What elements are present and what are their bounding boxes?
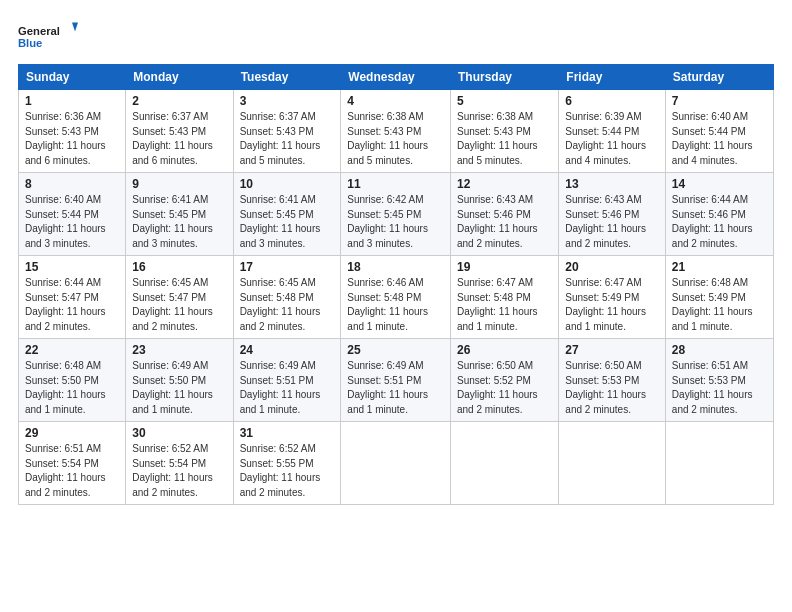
day-number: 16 [132, 260, 226, 274]
day-info: Sunrise: 6:50 AM Sunset: 5:52 PM Dayligh… [457, 359, 552, 417]
day-info: Sunrise: 6:44 AM Sunset: 5:47 PM Dayligh… [25, 276, 119, 334]
day-number: 8 [25, 177, 119, 191]
day-of-week-thursday: Thursday [450, 65, 558, 90]
day-number: 10 [240, 177, 335, 191]
day-number: 2 [132, 94, 226, 108]
day-info: Sunrise: 6:49 AM Sunset: 5:51 PM Dayligh… [240, 359, 335, 417]
calendar-cell: 10 Sunrise: 6:41 AM Sunset: 5:45 PM Dayl… [233, 173, 341, 256]
day-number: 28 [672, 343, 767, 357]
day-number: 22 [25, 343, 119, 357]
day-info: Sunrise: 6:38 AM Sunset: 5:43 PM Dayligh… [457, 110, 552, 168]
day-info: Sunrise: 6:47 AM Sunset: 5:48 PM Dayligh… [457, 276, 552, 334]
calendar-cell: 15 Sunrise: 6:44 AM Sunset: 5:47 PM Dayl… [19, 256, 126, 339]
day-of-week-tuesday: Tuesday [233, 65, 341, 90]
day-info: Sunrise: 6:51 AM Sunset: 5:53 PM Dayligh… [672, 359, 767, 417]
day-number: 29 [25, 426, 119, 440]
calendar-cell: 2 Sunrise: 6:37 AM Sunset: 5:43 PM Dayli… [126, 90, 233, 173]
calendar-cell: 7 Sunrise: 6:40 AM Sunset: 5:44 PM Dayli… [665, 90, 773, 173]
day-of-week-sunday: Sunday [19, 65, 126, 90]
day-of-week-monday: Monday [126, 65, 233, 90]
logo: General Blue [18, 18, 78, 54]
calendar-cell: 8 Sunrise: 6:40 AM Sunset: 5:44 PM Dayli… [19, 173, 126, 256]
day-number: 15 [25, 260, 119, 274]
calendar-cell: 5 Sunrise: 6:38 AM Sunset: 5:43 PM Dayli… [450, 90, 558, 173]
header: General Blue [18, 18, 774, 54]
day-info: Sunrise: 6:49 AM Sunset: 5:50 PM Dayligh… [132, 359, 226, 417]
day-info: Sunrise: 6:48 AM Sunset: 5:50 PM Dayligh… [25, 359, 119, 417]
page: General Blue SundayMondayTuesdayWednesda… [0, 0, 792, 612]
day-number: 17 [240, 260, 335, 274]
day-number: 19 [457, 260, 552, 274]
calendar-cell: 13 Sunrise: 6:43 AM Sunset: 5:46 PM Dayl… [559, 173, 666, 256]
day-number: 14 [672, 177, 767, 191]
calendar-cell: 24 Sunrise: 6:49 AM Sunset: 5:51 PM Dayl… [233, 339, 341, 422]
svg-text:General: General [18, 25, 60, 37]
calendar-cell: 25 Sunrise: 6:49 AM Sunset: 5:51 PM Dayl… [341, 339, 451, 422]
calendar-cell: 20 Sunrise: 6:47 AM Sunset: 5:49 PM Dayl… [559, 256, 666, 339]
calendar: SundayMondayTuesdayWednesdayThursdayFrid… [18, 64, 774, 505]
calendar-cell: 29 Sunrise: 6:51 AM Sunset: 5:54 PM Dayl… [19, 422, 126, 505]
calendar-cell: 12 Sunrise: 6:43 AM Sunset: 5:46 PM Dayl… [450, 173, 558, 256]
day-info: Sunrise: 6:48 AM Sunset: 5:49 PM Dayligh… [672, 276, 767, 334]
day-info: Sunrise: 6:37 AM Sunset: 5:43 PM Dayligh… [132, 110, 226, 168]
day-of-week-wednesday: Wednesday [341, 65, 451, 90]
day-info: Sunrise: 6:49 AM Sunset: 5:51 PM Dayligh… [347, 359, 444, 417]
day-info: Sunrise: 6:36 AM Sunset: 5:43 PM Dayligh… [25, 110, 119, 168]
calendar-header-row: SundayMondayTuesdayWednesdayThursdayFrid… [19, 65, 774, 90]
day-info: Sunrise: 6:46 AM Sunset: 5:48 PM Dayligh… [347, 276, 444, 334]
day-number: 26 [457, 343, 552, 357]
day-info: Sunrise: 6:38 AM Sunset: 5:43 PM Dayligh… [347, 110, 444, 168]
day-number: 20 [565, 260, 659, 274]
calendar-cell [450, 422, 558, 505]
day-number: 13 [565, 177, 659, 191]
day-info: Sunrise: 6:37 AM Sunset: 5:43 PM Dayligh… [240, 110, 335, 168]
day-number: 21 [672, 260, 767, 274]
day-info: Sunrise: 6:51 AM Sunset: 5:54 PM Dayligh… [25, 442, 119, 500]
day-number: 9 [132, 177, 226, 191]
day-number: 24 [240, 343, 335, 357]
calendar-cell [341, 422, 451, 505]
day-info: Sunrise: 6:42 AM Sunset: 5:45 PM Dayligh… [347, 193, 444, 251]
day-of-week-saturday: Saturday [665, 65, 773, 90]
calendar-cell: 9 Sunrise: 6:41 AM Sunset: 5:45 PM Dayli… [126, 173, 233, 256]
day-info: Sunrise: 6:43 AM Sunset: 5:46 PM Dayligh… [457, 193, 552, 251]
calendar-cell: 27 Sunrise: 6:50 AM Sunset: 5:53 PM Dayl… [559, 339, 666, 422]
calendar-cell: 23 Sunrise: 6:49 AM Sunset: 5:50 PM Dayl… [126, 339, 233, 422]
day-info: Sunrise: 6:45 AM Sunset: 5:47 PM Dayligh… [132, 276, 226, 334]
calendar-cell: 31 Sunrise: 6:52 AM Sunset: 5:55 PM Dayl… [233, 422, 341, 505]
calendar-cell: 21 Sunrise: 6:48 AM Sunset: 5:49 PM Dayl… [665, 256, 773, 339]
calendar-cell: 11 Sunrise: 6:42 AM Sunset: 5:45 PM Dayl… [341, 173, 451, 256]
day-number: 27 [565, 343, 659, 357]
day-info: Sunrise: 6:41 AM Sunset: 5:45 PM Dayligh… [132, 193, 226, 251]
day-of-week-friday: Friday [559, 65, 666, 90]
day-info: Sunrise: 6:41 AM Sunset: 5:45 PM Dayligh… [240, 193, 335, 251]
day-info: Sunrise: 6:52 AM Sunset: 5:54 PM Dayligh… [132, 442, 226, 500]
day-number: 18 [347, 260, 444, 274]
day-info: Sunrise: 6:45 AM Sunset: 5:48 PM Dayligh… [240, 276, 335, 334]
day-info: Sunrise: 6:50 AM Sunset: 5:53 PM Dayligh… [565, 359, 659, 417]
calendar-cell: 22 Sunrise: 6:48 AM Sunset: 5:50 PM Dayl… [19, 339, 126, 422]
calendar-week-5: 29 Sunrise: 6:51 AM Sunset: 5:54 PM Dayl… [19, 422, 774, 505]
calendar-cell: 3 Sunrise: 6:37 AM Sunset: 5:43 PM Dayli… [233, 90, 341, 173]
day-number: 31 [240, 426, 335, 440]
calendar-cell: 26 Sunrise: 6:50 AM Sunset: 5:52 PM Dayl… [450, 339, 558, 422]
day-number: 11 [347, 177, 444, 191]
calendar-cell: 28 Sunrise: 6:51 AM Sunset: 5:53 PM Dayl… [665, 339, 773, 422]
day-info: Sunrise: 6:43 AM Sunset: 5:46 PM Dayligh… [565, 193, 659, 251]
calendar-cell [665, 422, 773, 505]
day-number: 23 [132, 343, 226, 357]
day-number: 3 [240, 94, 335, 108]
day-number: 1 [25, 94, 119, 108]
calendar-week-3: 15 Sunrise: 6:44 AM Sunset: 5:47 PM Dayl… [19, 256, 774, 339]
day-number: 12 [457, 177, 552, 191]
calendar-week-2: 8 Sunrise: 6:40 AM Sunset: 5:44 PM Dayli… [19, 173, 774, 256]
svg-text:Blue: Blue [18, 37, 42, 49]
day-info: Sunrise: 6:47 AM Sunset: 5:49 PM Dayligh… [565, 276, 659, 334]
calendar-cell: 18 Sunrise: 6:46 AM Sunset: 5:48 PM Dayl… [341, 256, 451, 339]
calendar-cell: 30 Sunrise: 6:52 AM Sunset: 5:54 PM Dayl… [126, 422, 233, 505]
logo-svg: General Blue [18, 18, 78, 54]
calendar-cell [559, 422, 666, 505]
calendar-week-1: 1 Sunrise: 6:36 AM Sunset: 5:43 PM Dayli… [19, 90, 774, 173]
day-info: Sunrise: 6:40 AM Sunset: 5:44 PM Dayligh… [25, 193, 119, 251]
day-number: 25 [347, 343, 444, 357]
